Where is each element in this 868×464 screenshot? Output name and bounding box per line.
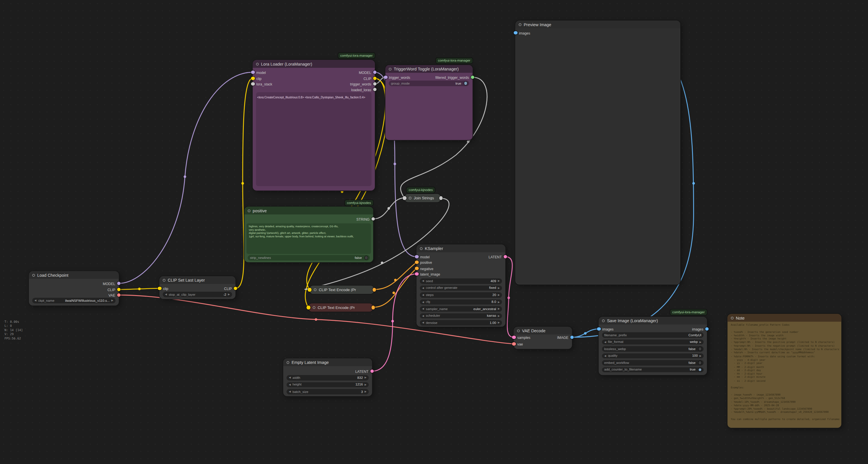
output-port-string[interactable]: STRING bbox=[356, 216, 375, 221]
arrow-left-icon[interactable]: ◀ bbox=[422, 300, 424, 303]
node-vae-decode[interactable]: VAE Decode samples vae IMAGE bbox=[514, 327, 572, 349]
toggle-dot[interactable] bbox=[699, 361, 702, 364]
link-dot[interactable] bbox=[381, 261, 383, 264]
collapse-icon[interactable] bbox=[314, 288, 316, 291]
link-dot[interactable] bbox=[315, 318, 317, 321]
link-encode2-to-ksampler-negative[interactable] bbox=[373, 268, 416, 307]
arrow-right-icon[interactable]: ▶ bbox=[700, 354, 702, 357]
node-clip-set-last-layer[interactable]: CLIP Set Last Layer clip CLIP ◀ stop_at_… bbox=[159, 276, 236, 299]
node-header[interactable]: CLIP Set Last Layer bbox=[159, 276, 236, 284]
input-port-clip[interactable]: clip bbox=[158, 286, 168, 291]
link-dot[interactable] bbox=[507, 297, 510, 299]
collapse-icon[interactable] bbox=[409, 197, 412, 200]
port-dot[interactable] bbox=[308, 288, 311, 292]
widget-batch-size[interactable]: ◀batch_size3▶ bbox=[287, 389, 369, 394]
link-dot[interactable] bbox=[391, 320, 394, 322]
port-dot[interactable] bbox=[415, 255, 418, 259]
port-dot[interactable] bbox=[570, 336, 574, 339]
port-dot[interactable] bbox=[251, 70, 255, 74]
port-dot[interactable] bbox=[370, 369, 374, 373]
port-dot[interactable] bbox=[439, 196, 443, 200]
widget-seed[interactable]: ◀seed409▶ bbox=[420, 279, 502, 284]
node-header[interactable]: Empty Latent Image bbox=[283, 358, 372, 366]
node-note[interactable]: Note Available filename_prefix Pattern C… bbox=[727, 314, 841, 428]
node-header[interactable]: Save Image (LoraManager) bbox=[598, 317, 707, 324]
collapse-icon[interactable] bbox=[389, 67, 392, 70]
node-header[interactable]: Preview Image bbox=[515, 21, 680, 28]
node-clip-text-encode-positive[interactable]: CLIP Text Encode (Pr bbox=[309, 286, 374, 294]
arrow-right-icon[interactable]: ▶ bbox=[700, 341, 702, 344]
port-dot[interactable] bbox=[415, 267, 418, 270]
collapse-icon[interactable] bbox=[287, 361, 289, 364]
port-dot[interactable] bbox=[117, 288, 121, 291]
arrow-left-icon[interactable]: ◀ bbox=[289, 390, 291, 393]
collapse-icon[interactable] bbox=[163, 279, 165, 282]
toggle-dot[interactable] bbox=[365, 256, 368, 259]
toggle-dot[interactable] bbox=[699, 368, 702, 371]
link-emptylatent-to-ksampler[interactable] bbox=[372, 274, 416, 371]
node-load-checkpoint[interactable]: Load Checkpoint MODEL CLIP VAE ◀ ckpt_na… bbox=[29, 271, 119, 306]
arrow-right-icon[interactable]: ▶ bbox=[111, 299, 113, 302]
arrow-left-icon[interactable]: ◀ bbox=[165, 293, 167, 296]
arrow-left-icon[interactable]: ◀ bbox=[422, 321, 424, 324]
port-dot[interactable] bbox=[471, 76, 474, 79]
arrow-left-icon[interactable]: ◀ bbox=[34, 299, 36, 302]
widget-denoise[interactable]: ◀denoise1.00▶ bbox=[420, 320, 502, 325]
widget-quality[interactable]: ◀quality100▶ bbox=[602, 353, 704, 358]
widget-sampler-name[interactable]: ◀sampler_nameeuler_ancestral▶ bbox=[420, 306, 502, 311]
node-lora-loader[interactable]: comfyui-lora-manager Lora Loader (LoraMa… bbox=[253, 60, 375, 191]
widget-ckpt-name[interactable]: ◀ ckpt_name ilwaiNSFWIllustrious_v110.s.… bbox=[32, 298, 116, 303]
node-graph-canvas[interactable]: Load Checkpoint MODEL CLIP VAE ◀ ckpt_na… bbox=[0, 0, 868, 464]
lora-syntax-text[interactable]: <lora:CreateConcept_Illustrious:0.8> <lo… bbox=[257, 95, 370, 99]
node-preview-image[interactable]: Preview Image images bbox=[515, 21, 680, 284]
comfyui-viewport[interactable]: Load Checkpoint MODEL CLIP VAE ◀ ckpt_na… bbox=[0, 0, 868, 464]
input-port-negative[interactable]: negative bbox=[415, 266, 433, 270]
port-dot[interactable] bbox=[403, 196, 406, 200]
collapse-icon[interactable] bbox=[602, 319, 605, 322]
prompt-textarea[interactable]: highres, very detailed, amazing quality,… bbox=[247, 223, 371, 254]
port-dot[interactable] bbox=[384, 76, 388, 79]
arrow-left-icon[interactable]: ◀ bbox=[604, 341, 606, 344]
widget-file-format[interactable]: ◀file_formatwebp▶ bbox=[602, 339, 704, 344]
port-dot[interactable] bbox=[371, 306, 375, 310]
link-encode1-to-ksampler-positive[interactable] bbox=[374, 262, 416, 290]
collapse-icon[interactable] bbox=[519, 23, 522, 26]
output-port-loaded-loras[interactable]: loaded_loras bbox=[351, 87, 377, 91]
port-dot[interactable] bbox=[503, 255, 507, 259]
port-dot[interactable] bbox=[158, 287, 162, 290]
output-port-clip[interactable]: CLIP bbox=[107, 287, 121, 292]
port-dot[interactable] bbox=[705, 327, 709, 331]
widget-embed-workflow[interactable]: embed_workflowfalse bbox=[602, 360, 704, 365]
collapse-icon[interactable] bbox=[256, 62, 259, 65]
widget-group-mode[interactable]: group_mode true bbox=[389, 81, 469, 86]
arrow-right-icon[interactable]: ▶ bbox=[498, 321, 500, 324]
widget-cfg[interactable]: ◀cfg8.0▶ bbox=[420, 299, 502, 304]
port-dot[interactable] bbox=[371, 217, 375, 221]
port-dot[interactable] bbox=[251, 77, 255, 80]
port-dot[interactable] bbox=[307, 306, 310, 310]
widget-filename-prefix[interactable]: filename_prefixComfyUI bbox=[602, 332, 704, 338]
arrow-right-icon[interactable]: ▶ bbox=[365, 376, 367, 379]
link-dot[interactable] bbox=[388, 207, 390, 210]
port-dot[interactable] bbox=[512, 342, 516, 346]
port-dot[interactable] bbox=[251, 82, 255, 86]
port-dot[interactable] bbox=[117, 282, 121, 285]
port-dot[interactable] bbox=[117, 293, 121, 297]
node-header[interactable]: TriggerWord Toggle (LoraManager) bbox=[385, 65, 472, 73]
arrow-left-icon[interactable]: ◀ bbox=[422, 314, 424, 317]
port-dot[interactable] bbox=[373, 70, 377, 74]
toggle-dot[interactable] bbox=[699, 347, 702, 350]
collapse-icon[interactable] bbox=[32, 273, 35, 277]
input-port-samples[interactable]: samples bbox=[512, 335, 530, 340]
output-port-clip[interactable]: CLIP bbox=[224, 286, 237, 291]
arrow-right-icon[interactable]: ▶ bbox=[365, 383, 367, 386]
input-port-latent-image[interactable]: latent_image bbox=[415, 272, 440, 276]
output-port-latent[interactable]: LATENT bbox=[489, 255, 507, 259]
port-dot[interactable] bbox=[234, 287, 237, 290]
port-dot[interactable] bbox=[415, 260, 418, 264]
output-port-images[interactable]: images bbox=[692, 327, 709, 331]
output-port-model[interactable]: MODEL bbox=[359, 70, 377, 74]
link-checkpoint-model-to-lora[interactable] bbox=[119, 72, 252, 283]
input-port-images[interactable]: images bbox=[514, 30, 530, 35]
link-dot[interactable] bbox=[242, 182, 244, 185]
